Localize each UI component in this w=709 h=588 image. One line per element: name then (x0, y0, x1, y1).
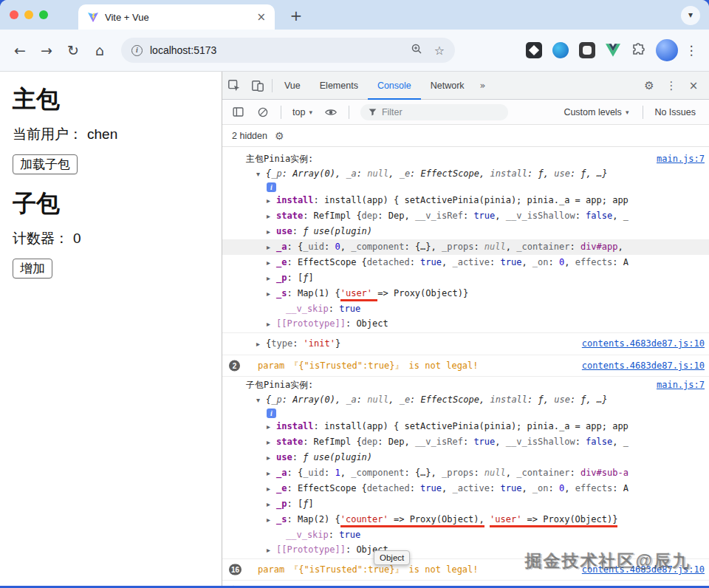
console-text: install (276, 195, 314, 205)
console-filter-input[interactable]: Filter (360, 104, 508, 120)
console-text: 'counter' (340, 514, 388, 527)
disclosure-triangle-icon[interactable]: ▸ (267, 543, 276, 558)
issues-status[interactable]: No Issues (654, 107, 696, 117)
home-button[interactable]: ⌂ (89, 39, 111, 61)
console-text: dep (362, 211, 378, 221)
bookmark-star-icon[interactable]: ☆ (434, 44, 445, 58)
console-row: ▸_a: {_uid: 1, _component: {…}, _props: … (222, 465, 709, 481)
disclosure-triangle-icon[interactable]: ▸ (267, 451, 276, 465)
extension-icon-1[interactable] (526, 42, 542, 58)
tab-elements[interactable]: Elements (310, 72, 368, 100)
console-text: ƒ (538, 394, 544, 405)
tab-vue[interactable]: Vue (275, 72, 310, 100)
hidden-count[interactable]: 2 hidden (232, 131, 267, 141)
devtools-menu-kebab-icon[interactable]: ⋮ (662, 76, 681, 95)
disclosure-triangle-icon[interactable]: ▸ (267, 271, 276, 286)
console-text: use (276, 226, 292, 236)
browser-menu-kebab-icon[interactable]: ⋮ (682, 43, 700, 58)
clear-console-icon[interactable] (253, 103, 273, 122)
source-link[interactable]: main.js:7 (657, 377, 705, 392)
console-text: : (410, 257, 420, 267)
console-text: : (287, 257, 297, 267)
live-expression-eye-icon[interactable] (321, 103, 340, 122)
extension-icon-3[interactable] (579, 42, 595, 58)
info-badge-icon[interactable]: i (267, 408, 276, 418)
filter-placeholder: Filter (382, 107, 403, 117)
device-toolbar-icon[interactable] (246, 72, 270, 100)
tab-network[interactable]: Network (421, 72, 474, 100)
inspect-element-icon[interactable] (222, 72, 246, 100)
console-prompt[interactable]: › (222, 581, 709, 586)
console-toolbar-right: Custom levels ▾ No Issues (561, 106, 703, 119)
console-sidebar-icon[interactable] (228, 103, 247, 122)
disclosure-triangle-icon[interactable]: ▸ (267, 497, 276, 512)
zoom-window-button[interactable] (39, 10, 48, 19)
console-text: => Proxy(Object)} (377, 288, 468, 298)
custom-levels-dropdown[interactable]: Custom levels ▾ (561, 107, 631, 117)
disclosure-triangle-icon[interactable]: ▸ (267, 513, 276, 527)
more-tabs-icon[interactable]: » (474, 80, 492, 91)
new-tab-button[interactable]: + (287, 7, 306, 26)
javascript-context-selector[interactable]: top ▾ (290, 107, 315, 117)
profile-avatar[interactable] (656, 39, 678, 61)
disclosure-triangle-icon[interactable]: ▸ (267, 194, 276, 208)
tab-console[interactable]: Console (368, 72, 421, 100)
console-row: ▾{_p: Array(0), _a: null, _e: EffectScop… (222, 392, 709, 408)
disclosure-triangle-icon[interactable]: ▸ (267, 420, 276, 434)
source-link[interactable]: contents.4683de87.js:10 (582, 358, 705, 373)
console-text: : (287, 514, 297, 524)
console-text: : (287, 499, 297, 509)
disclosure-triangle-icon[interactable]: ▸ (267, 225, 276, 239)
disclosure-triangle-icon[interactable]: ▾ (256, 393, 266, 408)
site-info-icon[interactable]: i (131, 45, 143, 56)
console-row: ▸state: RefImpl {dep: Dep, __v_isRef: tr… (222, 208, 709, 224)
console-settings-gear-icon[interactable]: ⚙ (275, 130, 284, 142)
close-window-button[interactable] (10, 10, 18, 19)
tab-search-chevron-icon[interactable]: ▾ (681, 6, 700, 25)
browser-tab[interactable]: Vite + Vue × (78, 4, 275, 30)
url-text[interactable]: localhost:5173 (150, 44, 403, 56)
tab-close-icon[interactable]: × (256, 10, 266, 24)
console-text: effects (575, 483, 613, 493)
console-row: ▸_e: EffectScope {detached: true, _activ… (222, 255, 709, 270)
disclosure-triangle-icon[interactable]: ▸ (267, 240, 276, 255)
reload-button[interactable]: ↻ (62, 39, 84, 61)
console-text: : (549, 257, 559, 267)
console-text: : (314, 195, 324, 205)
disclosure-triangle-icon[interactable]: ▸ (267, 482, 276, 496)
devtools-close-icon[interactable]: × (684, 76, 703, 95)
source-link[interactable]: main.js:7 (657, 151, 705, 166)
forward-button[interactable]: → (35, 39, 58, 61)
back-button[interactable]: ← (9, 39, 31, 61)
console-text: _a (276, 242, 287, 252)
disclosure-triangle-icon[interactable]: ▸ (267, 209, 276, 224)
console-text: null (484, 242, 506, 252)
repeat-count-badge: 16 (229, 564, 242, 575)
console-text: _p (276, 499, 287, 509)
disclosure-triangle-icon[interactable]: ▸ (256, 337, 266, 352)
disclosure-triangle-icon[interactable]: ▸ (267, 466, 276, 481)
disclosure-triangle-icon[interactable]: ▸ (267, 317, 276, 332)
console-message: ▸{type: 'init'}contents.4683de87.js:10 (222, 333, 709, 355)
console-output: 掘金技术社区@辰九 主包Pinia实例: main.js:7▾{_p: Arra… (222, 147, 709, 586)
devtools-settings-gear-icon[interactable]: ⚙ (640, 76, 659, 95)
console-text: : (570, 168, 580, 179)
console-row: ▸use: ƒ use(plugin) (222, 224, 709, 239)
vue-devtools-icon[interactable] (606, 44, 620, 57)
disclosure-triangle-icon[interactable]: ▾ (256, 167, 266, 182)
disclosure-triangle-icon[interactable]: ▸ (267, 256, 276, 270)
increase-button[interactable]: 增加 (13, 259, 52, 278)
zoom-icon[interactable] (411, 43, 422, 58)
console-text: true (473, 437, 495, 447)
extensions-puzzle-icon[interactable] (631, 43, 645, 58)
disclosure-triangle-icon[interactable]: ▸ (267, 287, 276, 301)
address-bar[interactable]: i localhost:5173 ☆ (121, 38, 455, 63)
console-text: _container (516, 242, 569, 252)
source-link[interactable]: contents.4683de87.js:10 (582, 336, 705, 351)
disclosure-triangle-icon[interactable]: ▸ (267, 435, 276, 450)
console-text: : (324, 242, 335, 252)
minimize-window-button[interactable] (24, 10, 33, 19)
extension-icon-2[interactable] (552, 42, 569, 58)
info-badge-icon[interactable]: i (267, 182, 276, 192)
load-subpackage-button[interactable]: 加载子包 (13, 154, 78, 174)
